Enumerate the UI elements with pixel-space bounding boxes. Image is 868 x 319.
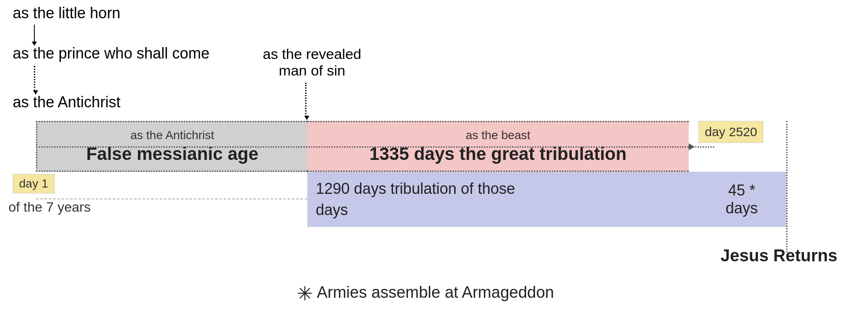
label-antichrist-top: as the Antichrist	[13, 93, 120, 111]
section-1290-days: 1290 days tribulation of those days	[307, 172, 697, 227]
of-7-years-label: of the 7 years	[8, 199, 91, 215]
star-icon: ✳	[297, 283, 313, 305]
timeline-arrow-end	[689, 143, 695, 150]
arrow-prince-to-antichrist	[34, 66, 35, 91]
armies-text: Armies assemble at Armageddon	[317, 283, 554, 301]
arrow-revealed-man-down	[305, 83, 306, 117]
diagram: as the little horn as the prince who sha…	[0, 0, 868, 319]
beast-label: as the beast	[466, 129, 531, 142]
label-prince: as the prince who shall come	[13, 45, 209, 62]
days-45-label: 45 * days	[726, 182, 758, 217]
vertical-dotted-line	[786, 121, 787, 252]
label-revealed-man: as the revealed man of sin	[263, 46, 362, 79]
arrow-little-horn-to-prince	[34, 25, 35, 42]
timeline-base-line	[36, 146, 714, 148]
arrow-head-icon	[689, 143, 695, 150]
armies-note-label: ✳ Armies assemble at Armageddon	[297, 282, 554, 305]
day-2520-badge: day 2520	[698, 121, 763, 143]
day-1-badge: day 1	[13, 174, 55, 193]
days-1290-label: 1290 days tribulation of those days	[316, 178, 515, 221]
jesus-returns-label: Jesus Returns	[721, 246, 837, 265]
antichrist-gray-label: as the Antichrist	[131, 129, 214, 142]
label-little-horn: as the little horn	[13, 4, 120, 22]
section-45-days: 45 * days	[697, 172, 786, 227]
